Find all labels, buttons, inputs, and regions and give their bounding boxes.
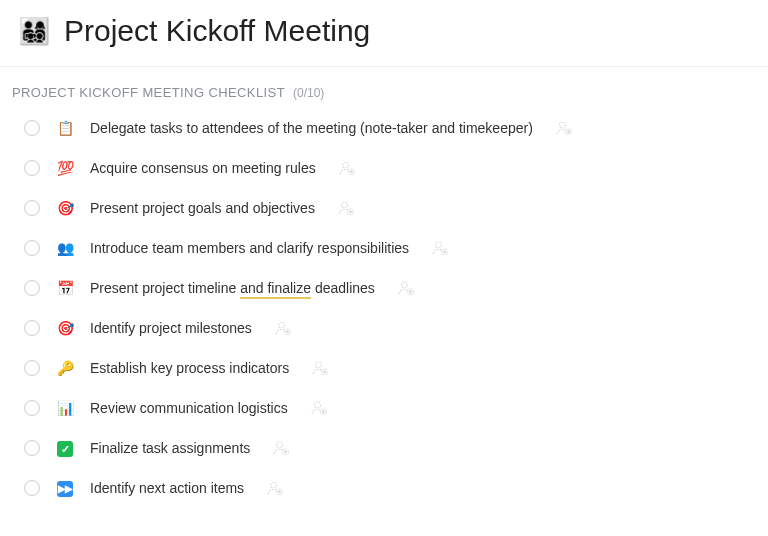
checklist-section-title: PROJECT KICKOFF MEETING CHECKLIST bbox=[12, 85, 285, 100]
checklist: 📋 Delegate tasks to attendees of the mee… bbox=[0, 108, 768, 516]
item-text[interactable]: Review communication logistics bbox=[90, 400, 288, 416]
item-text[interactable]: Acquire consensus on meeting rules bbox=[90, 160, 316, 176]
assign-user-button[interactable] bbox=[308, 397, 330, 419]
assign-user-button[interactable] bbox=[429, 237, 451, 259]
page-header: 👨‍👩‍👧‍👦 Project Kickoff Meeting bbox=[0, 0, 768, 67]
assign-user-button[interactable] bbox=[270, 437, 292, 459]
item-text[interactable]: Introduce team members and clarify respo… bbox=[90, 240, 409, 256]
item-emoji-icon: 📋 bbox=[57, 120, 74, 136]
item-icon: 📊 bbox=[56, 400, 74, 416]
checkbox[interactable] bbox=[24, 160, 40, 176]
checklist-item[interactable]: 🎯 Identify project milestones bbox=[12, 308, 756, 348]
item-icon: 🎯 bbox=[56, 320, 74, 336]
grammar-underline: and finalize bbox=[240, 280, 311, 299]
checkbox[interactable] bbox=[24, 360, 40, 376]
item-text[interactable]: Identify project milestones bbox=[90, 320, 252, 336]
item-text[interactable]: Identify next action items bbox=[90, 480, 244, 496]
checklist-item[interactable]: 🔑 Establish key process indicators bbox=[12, 348, 756, 388]
svg-point-24 bbox=[316, 362, 322, 368]
svg-point-0 bbox=[559, 122, 565, 128]
assign-user-button[interactable] bbox=[272, 317, 294, 339]
item-icon: 💯 bbox=[56, 160, 74, 176]
item-icon: 👥 bbox=[56, 240, 74, 256]
assign-user-button[interactable] bbox=[553, 117, 575, 139]
checkbox[interactable] bbox=[24, 120, 40, 136]
svg-point-12 bbox=[436, 242, 442, 248]
item-emoji-icon: 👥 bbox=[57, 240, 74, 256]
checklist-item[interactable]: 💯 Acquire consensus on meeting rules bbox=[12, 148, 756, 188]
assign-user-button[interactable] bbox=[336, 157, 358, 179]
checkbox[interactable] bbox=[24, 200, 40, 216]
checkmark-icon: ✓ bbox=[57, 441, 73, 457]
item-text[interactable]: Establish key process indicators bbox=[90, 360, 289, 376]
assign-user-button[interactable] bbox=[309, 357, 331, 379]
checklist-item[interactable]: 📋 Delegate tasks to attendees of the mee… bbox=[12, 108, 756, 148]
item-icon: ✓ bbox=[56, 440, 74, 457]
item-emoji-icon: 🎯 bbox=[57, 200, 74, 216]
assign-user-button[interactable] bbox=[264, 477, 286, 499]
checkbox[interactable] bbox=[24, 320, 40, 336]
item-text[interactable]: Delegate tasks to attendees of the meeti… bbox=[90, 120, 533, 136]
item-icon: 📋 bbox=[56, 120, 74, 136]
checklist-item[interactable]: ✓ Finalize task assignments bbox=[12, 428, 756, 468]
item-icon: 🎯 bbox=[56, 200, 74, 216]
item-emoji-icon: 📅 bbox=[57, 280, 74, 296]
checklist-item[interactable]: ▶▶ Identify next action items bbox=[12, 468, 756, 508]
svg-point-36 bbox=[271, 482, 277, 488]
page-title[interactable]: Project Kickoff Meeting bbox=[64, 14, 370, 48]
checklist-item[interactable]: 👥 Introduce team members and clarify res… bbox=[12, 228, 756, 268]
item-text[interactable]: Finalize task assignments bbox=[90, 440, 250, 456]
checkbox[interactable] bbox=[24, 440, 40, 456]
item-icon: 📅 bbox=[56, 280, 74, 296]
svg-point-20 bbox=[278, 322, 284, 328]
checklist-item[interactable]: 🎯 Present project goals and objectives bbox=[12, 188, 756, 228]
page-emoji-icon: 👨‍👩‍👧‍👦 bbox=[18, 18, 50, 44]
checklist-section-header: PROJECT KICKOFF MEETING CHECKLIST (0/10) bbox=[0, 67, 768, 108]
checkbox[interactable] bbox=[24, 280, 40, 296]
checklist-item[interactable]: 📅 Present project timeline and finalize … bbox=[12, 268, 756, 308]
forward-icon: ▶▶ bbox=[57, 481, 73, 497]
svg-point-28 bbox=[314, 402, 320, 408]
item-emoji-icon: 🔑 bbox=[57, 360, 74, 376]
checkbox[interactable] bbox=[24, 400, 40, 416]
assign-user-button[interactable] bbox=[335, 197, 357, 219]
checkbox[interactable] bbox=[24, 480, 40, 496]
checklist-count: (0/10) bbox=[293, 86, 324, 100]
item-icon: ▶▶ bbox=[56, 479, 74, 497]
svg-point-32 bbox=[277, 442, 283, 448]
checkbox[interactable] bbox=[24, 240, 40, 256]
item-icon: 🔑 bbox=[56, 360, 74, 376]
item-text[interactable]: Present project timeline and finalize de… bbox=[90, 280, 375, 296]
checklist-item[interactable]: 📊 Review communication logistics bbox=[12, 388, 756, 428]
assign-user-button[interactable] bbox=[395, 277, 417, 299]
svg-point-4 bbox=[342, 162, 348, 168]
item-emoji-icon: 🎯 bbox=[57, 320, 74, 336]
item-emoji-icon: 💯 bbox=[57, 160, 74, 176]
item-text[interactable]: Present project goals and objectives bbox=[90, 200, 315, 216]
svg-point-8 bbox=[341, 202, 347, 208]
svg-point-16 bbox=[401, 282, 407, 288]
item-emoji-icon: 📊 bbox=[57, 400, 74, 416]
